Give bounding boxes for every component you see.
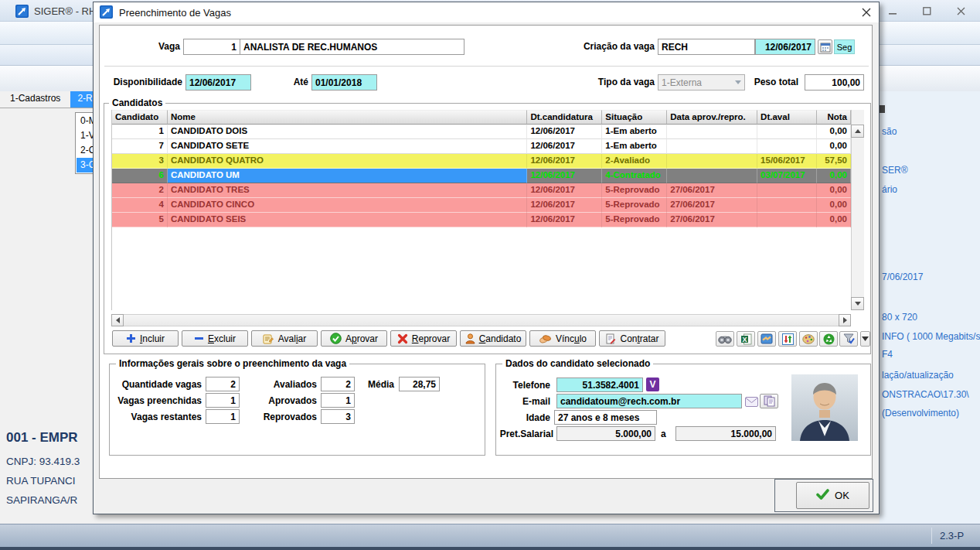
right-link-7[interactable]: lação/atualização [882, 370, 954, 381]
info-label: Quantidade vagas [116, 379, 202, 390]
status-bar: 2.3-P [0, 524, 980, 547]
table-row-candidato-1[interactable]: 1CANDIDATO DOIS12/06/20171-Em aberto0,00 [112, 125, 851, 139]
info-label: Avaliados [243, 379, 317, 390]
scroll-up-icon[interactable] [851, 125, 864, 138]
incluir-button[interactable]: Incluir [112, 330, 179, 347]
vinculo-button[interactable]: Vínculo [529, 330, 596, 347]
cell: 6 [112, 169, 168, 183]
peso-field[interactable]: 100,00 [805, 74, 864, 91]
table-row-candidato-2[interactable]: 2CANDIDATO TRES12/06/20175-Reprovado27/0… [112, 183, 851, 198]
funnel-icon[interactable] [839, 331, 858, 347]
contratar-button-label: Contratar [620, 333, 658, 344]
reprovar-button[interactable]: Reprovar [390, 330, 457, 347]
vaga-nome-field[interactable]: ANALISTA DE REC.HUMANOS [240, 39, 464, 55]
right-link-1[interactable]: SER® [882, 165, 908, 176]
palette-icon[interactable] [799, 331, 818, 347]
copy-icon[interactable] [760, 394, 778, 408]
criacao-usuario-field[interactable]: RECH [658, 39, 755, 55]
right-link-8[interactable]: ONSTRACAO\17.30\ [882, 389, 969, 400]
cell: 3 [112, 154, 168, 169]
info-field: 2 [321, 377, 355, 391]
cell [757, 183, 817, 198]
contract-icon [605, 333, 616, 344]
column-header-5[interactable]: Dt.aval [757, 110, 817, 125]
ate-field[interactable]: 01/01/2018 [311, 74, 377, 91]
info-geral-legend: Informações gerais sobre o preenchimento… [116, 358, 349, 369]
disponibilidade-field[interactable]: 12/06/2017 [185, 74, 251, 91]
table-row-candidato-3[interactable]: 3CANDIDATO QUATRO12/06/20172-Avaliado15/… [112, 154, 851, 169]
right-link-0[interactable]: são [882, 126, 897, 137]
cell: 4 [112, 198, 168, 213]
table-row-candidato-4[interactable]: 4CANDIDATO CINCO12/06/20175-Reprovado27/… [112, 198, 851, 213]
cell: 12/06/2017 [527, 213, 602, 227]
info-field: 2 [206, 377, 240, 391]
column-header-3[interactable]: Situação [602, 110, 667, 125]
candidato-button[interactable]: Candidato [460, 330, 526, 347]
column-header-6[interactable]: Nota [817, 110, 851, 125]
salario-max-field[interactable]: 15.000,00 [675, 426, 776, 441]
close-icon[interactable] [857, 4, 876, 21]
email-field[interactable]: candidatoum@rech.com.br [556, 394, 742, 408]
dialog-titlebar[interactable]: Preenchimento de Vagas [94, 2, 879, 22]
column-header-2[interactable]: Dt.candidatura [527, 110, 602, 125]
info-field: 1 [321, 393, 355, 408]
column-header-0[interactable]: Candidato [112, 110, 168, 125]
version-label: 2.3-P [940, 530, 964, 541]
excluir-button-label: Excluir [208, 333, 236, 344]
sort-arrows-icon[interactable] [778, 331, 797, 347]
vertical-scrollbar[interactable] [851, 110, 864, 310]
horizontal-scrollbar[interactable] [111, 314, 851, 326]
handshake-icon[interactable] [757, 331, 776, 347]
right-link-3[interactable]: 7/06/2017 [882, 272, 923, 282]
cell [757, 139, 817, 154]
column-header-4[interactable]: Data aprov./repro. [667, 110, 757, 125]
calendar-icon[interactable] [818, 39, 832, 54]
cell [757, 125, 817, 139]
table-row-candidato-6[interactable]: 6CANDIDATO UM12/06/20174-Contratado03/07… [112, 169, 851, 183]
recycle-icon[interactable] [819, 331, 838, 347]
binoculars-icon[interactable] [716, 331, 734, 347]
telefone-field[interactable]: 51.3582.4001 [556, 377, 643, 392]
criacao-data-field[interactable]: 12/06/2017 [755, 39, 815, 55]
siger-logo-icon [100, 5, 113, 22]
vaga-numero-field[interactable]: 1 [183, 39, 240, 55]
column-header-1[interactable]: Nome [168, 110, 527, 125]
more-icon[interactable] [860, 331, 870, 347]
scroll-left-icon[interactable] [111, 314, 124, 326]
table-row-candidato-7[interactable]: 7CANDIDATO SETE12/06/20171-Em aberto0,00 [112, 139, 851, 154]
right-link-4[interactable]: 80 x 720 [882, 312, 917, 323]
scroll-down-icon[interactable] [851, 297, 864, 310]
salario-label: Pret.Salarial [498, 429, 553, 439]
info-label: Vagas preenchidas [116, 395, 202, 406]
cell: 0,00 [817, 213, 851, 227]
scroll-right-icon[interactable] [839, 314, 851, 326]
excluir-button[interactable]: Excluir [182, 330, 248, 347]
peso-label: Peso total [709, 77, 798, 87]
salario-min-field[interactable]: 5.000,00 [556, 426, 655, 441]
right-link-9[interactable]: (Desenvolvimento) [882, 408, 959, 418]
ok-button[interactable]: OK [796, 482, 869, 509]
voip-call-icon[interactable]: V [646, 377, 659, 391]
svg-text:X: X [742, 335, 747, 343]
right-link-2[interactable]: ário [882, 184, 897, 195]
info-label: Aprovados [243, 395, 317, 406]
cell: 57,50 [817, 154, 851, 169]
email-label: E-mail [501, 396, 550, 407]
excel-icon[interactable]: X [737, 331, 755, 347]
avaliar-button[interactable]: Avaliar [251, 330, 318, 347]
table-row-candidato-5[interactable]: 5CANDIDATO SEIS12/06/20175-Reprovado27/0… [112, 213, 851, 227]
info-geral-groupbox: Informações gerais sobre o preenchimento… [109, 364, 485, 456]
cell: 5-Reprovado [602, 198, 667, 213]
cell: CANDIDATO SETE [168, 139, 527, 154]
right-link-5[interactable]: INFO ( 1000 Megabits/s ) [882, 331, 980, 342]
send-email-icon[interactable] [745, 396, 758, 410]
tab-1-cadastros[interactable]: 1-Cadastros [3, 91, 67, 108]
dados-candidato-legend: Dados do candidato selecionado [502, 358, 653, 369]
cell [667, 125, 757, 139]
cell: 7 [112, 139, 168, 154]
right-link-6[interactable]: F4 [882, 349, 893, 360]
dados-candidato-groupbox: Dados do candidato selecionado Telefone … [495, 364, 871, 456]
contratar-button[interactable]: Contratar [599, 330, 665, 347]
aprovar-button[interactable]: Aprovar [321, 330, 387, 347]
taskbar-strip [0, 547, 980, 550]
